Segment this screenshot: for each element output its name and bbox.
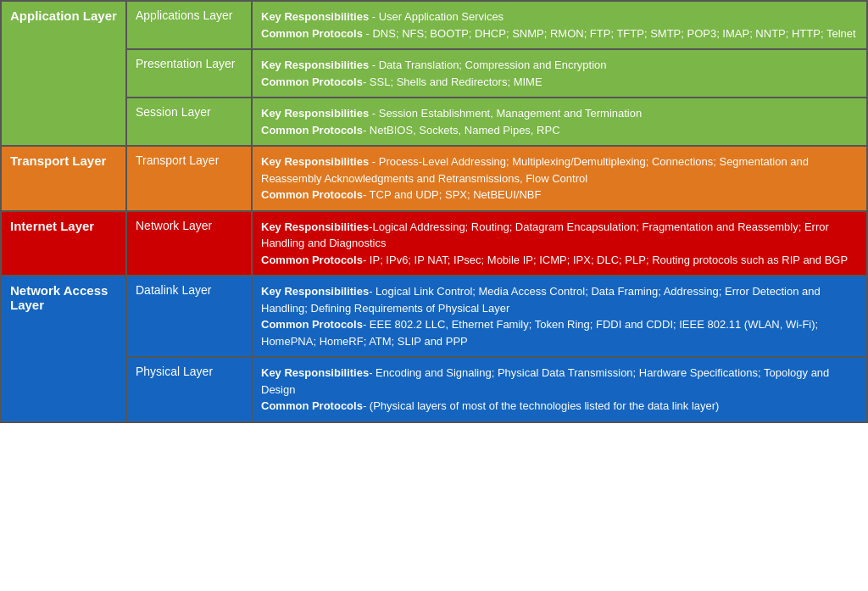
model-cell-application: Application Layer bbox=[1, 1, 126, 146]
osi-model-table: Application LayerApplications LayerKey R… bbox=[0, 0, 868, 423]
layer-cell-network-access-0: Datalink Layer bbox=[126, 276, 252, 357]
model-cell-transport: Transport Layer bbox=[1, 146, 126, 211]
details-cell-network-access-1: Key Responsibilities- Encoding and Signa… bbox=[252, 357, 867, 422]
details-cell-application-0: Key Responsibilities - User Application … bbox=[252, 1, 867, 49]
model-cell-internet: Internet Layer bbox=[1, 211, 126, 276]
details-cell-application-1: Key Responsibilities - Data Translation;… bbox=[252, 49, 867, 98]
layer-cell-internet-0: Network Layer bbox=[126, 211, 252, 276]
details-cell-network-access-0: Key Responsibilities- Logical Link Contr… bbox=[252, 276, 867, 357]
layer-cell-application-0: Applications Layer bbox=[126, 1, 252, 49]
details-cell-application-2: Key Responsibilities - Session Establish… bbox=[252, 98, 867, 146]
layer-cell-transport-0: Transport Layer bbox=[126, 146, 252, 211]
layer-cell-application-1: Presentation Layer bbox=[126, 49, 252, 98]
layer-cell-network-access-1: Physical Layer bbox=[126, 357, 252, 422]
model-cell-network-access: Network Access Layer bbox=[1, 276, 126, 422]
layer-cell-application-2: Session Layer bbox=[126, 98, 252, 146]
details-cell-internet-0: Key Responsibilities-Logical Addressing;… bbox=[252, 211, 867, 276]
details-cell-transport-0: Key Responsibilities - Process-Level Add… bbox=[252, 146, 867, 211]
